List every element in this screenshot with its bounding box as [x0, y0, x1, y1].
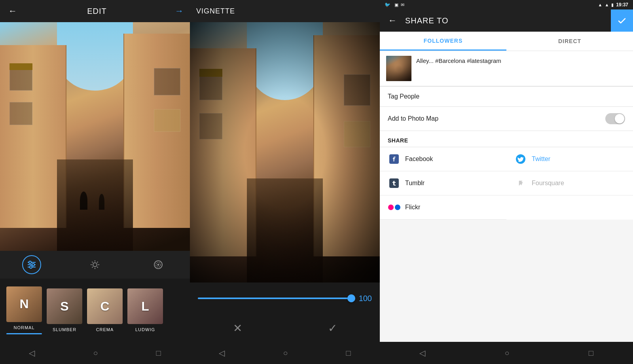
- share-top-bar: ← SHARE TO: [380, 9, 633, 32]
- vignette-bottom-nav: ◁ ○ □: [190, 342, 380, 364]
- filter-ludwig[interactable]: L LUDWIG: [127, 288, 163, 332]
- svg-line-13: [97, 262, 98, 263]
- vignette-tool-button[interactable]: [149, 255, 168, 274]
- edit-panel: ← EDIT →: [0, 0, 190, 364]
- twitter-label: Twitter: [532, 155, 550, 163]
- vignette-slider-fill: [198, 298, 351, 299]
- vignette-top-bar: VIGNETTE: [190, 0, 380, 22]
- facebook-label: Facebook: [405, 155, 433, 163]
- filter-normal-thumb: N: [6, 286, 42, 322]
- brightness-tool-button[interactable]: [85, 255, 104, 274]
- wifi-icon: ▲: [598, 2, 603, 7]
- flickr-label: Flickr: [405, 204, 420, 211]
- vignette-nav-back[interactable]: ◁: [219, 348, 225, 358]
- edit-back-button[interactable]: ←: [6, 6, 19, 16]
- time-display: 19:37: [616, 2, 628, 8]
- filter-slumber-label: SLUMBER: [53, 327, 76, 332]
- share-tumblr[interactable]: Tumblr: [380, 171, 506, 195]
- share-grid: Facebook Twitter Tumblr: [380, 147, 633, 220]
- svg-point-1: [29, 261, 31, 264]
- share-nav-recents[interactable]: □: [589, 349, 593, 358]
- flickr-icon: [388, 201, 400, 214]
- share-foursquare[interactable]: Foursquare: [506, 171, 633, 195]
- photo-map-toggle[interactable]: [605, 113, 625, 124]
- edit-title: EDIT: [19, 7, 175, 16]
- share-tabs: FOLLOWERS DIRECT: [380, 32, 633, 51]
- filter-normal-label: NORMAL: [13, 325, 34, 330]
- share-facebook[interactable]: Facebook: [380, 147, 506, 171]
- twitter-status-icon: 🐦: [385, 2, 390, 8]
- vignette-photo: [190, 22, 380, 282]
- filter-crema-label: CREMA: [96, 327, 114, 332]
- share-nav-home[interactable]: ○: [504, 349, 509, 358]
- vignette-cancel-button[interactable]: ✕: [233, 322, 242, 335]
- add-photo-map-label: Add to Photo Map: [388, 115, 438, 122]
- vignette-effect: [190, 22, 380, 282]
- vignette-nav-recents[interactable]: □: [346, 349, 351, 358]
- vignette-photo-area: [190, 22, 380, 282]
- vignette-action-bar: ✕ ✓: [190, 314, 380, 342]
- caption-area: Alley... #Barcelona #latestagram: [380, 51, 633, 86]
- mail-status-icon: ✉: [401, 2, 404, 8]
- vignette-nav-home[interactable]: ○: [283, 349, 288, 358]
- add-photo-map-row[interactable]: Add to Photo Map: [380, 107, 633, 131]
- vignette-slider-thumb[interactable]: [347, 294, 355, 302]
- vignette-slider-area: 100: [190, 282, 380, 314]
- filter-ludwig-label: LUDWIG: [135, 327, 155, 332]
- tag-people-label: Tag People: [388, 93, 419, 100]
- flickr-blue-dot: [395, 205, 400, 210]
- battery-icon: ▮: [611, 2, 614, 8]
- share-confirm-button[interactable]: [611, 9, 633, 32]
- share-twitter[interactable]: Twitter: [506, 147, 633, 171]
- edit-bottom-nav: ◁ ○ □: [0, 342, 190, 364]
- share-title: SHARE TO: [405, 16, 627, 25]
- caption-input[interactable]: Alley... #Barcelona #latestagram: [416, 56, 627, 75]
- share-back-button[interactable]: ←: [386, 15, 399, 26]
- share-bottom-nav: ◁ ○ □: [380, 342, 633, 364]
- vignette-value: 100: [356, 294, 372, 303]
- tumblr-label: Tumblr: [405, 180, 425, 187]
- svg-line-12: [97, 267, 98, 267]
- share-panel: 🐦 ▣ ✉ ▲ ▲ ▮ 19:37 ← SHARE TO FOLLOWERS D…: [380, 0, 633, 364]
- svg-line-14: [92, 267, 93, 267]
- vignette-panel: VIGNETTE 100 ✕ ✓ ◁ ○ □: [190, 0, 380, 364]
- tag-people-row[interactable]: Tag People: [380, 87, 633, 107]
- edit-tools-bar: [0, 251, 190, 279]
- filters-bar: N NORMAL S SLUMBER C CREMA L LUDWIG: [0, 279, 190, 342]
- share-section-header: SHARE: [380, 131, 633, 147]
- vignette-confirm-button[interactable]: ✓: [328, 322, 337, 335]
- tumblr-icon: [388, 177, 400, 190]
- edit-nav-recents[interactable]: □: [156, 349, 161, 358]
- edit-photo: [0, 22, 190, 251]
- signal-icon: ▲: [605, 2, 609, 7]
- edit-top-bar: ← EDIT →: [0, 0, 190, 22]
- svg-point-17: [157, 264, 159, 266]
- svg-point-6: [93, 263, 97, 267]
- flickr-pink-dot: [388, 205, 394, 210]
- tab-direct[interactable]: DIRECT: [506, 32, 633, 51]
- facebook-icon: [388, 153, 400, 165]
- share-nav-back[interactable]: ◁: [419, 348, 425, 358]
- edit-nav-home[interactable]: ○: [93, 349, 98, 358]
- svg-point-3: [32, 264, 34, 266]
- filter-normal[interactable]: N NORMAL: [6, 286, 42, 334]
- edit-nav-back[interactable]: ◁: [29, 348, 35, 358]
- vignette-title: VIGNETTE: [196, 7, 373, 15]
- filter-ludwig-thumb: L: [127, 288, 163, 324]
- filter-crema[interactable]: C CREMA: [87, 288, 123, 332]
- filter-slumber-thumb: S: [47, 288, 82, 324]
- foursquare-icon: [514, 177, 527, 190]
- vignette-slider-track[interactable]: [198, 298, 351, 299]
- edit-next-button[interactable]: →: [175, 6, 184, 16]
- caption-thumbnail: [386, 56, 411, 81]
- adjust-tool-button[interactable]: [22, 255, 41, 274]
- share-flickr[interactable]: Flickr: [380, 195, 506, 220]
- filter-crema-thumb: C: [87, 288, 123, 324]
- edit-photo-area: [0, 22, 190, 251]
- tab-followers[interactable]: FOLLOWERS: [380, 32, 506, 51]
- filter-slumber[interactable]: S SLUMBER: [47, 288, 82, 332]
- toggle-knob: [615, 114, 624, 123]
- status-bar: 🐦 ▣ ✉ ▲ ▲ ▮ 19:37: [380, 0, 633, 9]
- svg-point-5: [30, 266, 32, 268]
- svg-line-11: [92, 262, 93, 263]
